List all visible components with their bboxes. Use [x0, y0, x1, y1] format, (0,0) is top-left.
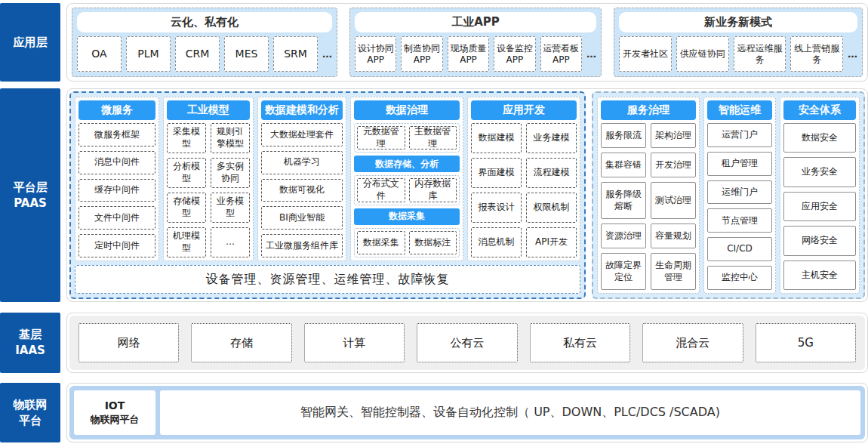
- paas-item: 资源治理: [601, 224, 646, 248]
- paas-column-header: 工业模型: [167, 100, 250, 120]
- app-item: 制造协同APP: [401, 36, 442, 72]
- app-item: 设计协同APP: [355, 36, 396, 72]
- paas-item: 消息机制: [471, 227, 522, 257]
- paas-item: 存储模型: [167, 193, 206, 223]
- paas-item: 定时中间件: [78, 234, 155, 257]
- application-layer-content: 云化、私有化OAPLMCRMMESSRM…工业APP设计协同APP制造协同APP…: [66, 3, 868, 82]
- paas-subheader: 数据采集: [354, 208, 460, 225]
- app-item: PLM: [126, 36, 171, 72]
- app-item: 现场质量APP: [448, 36, 489, 72]
- iaas-item: 混合云: [642, 323, 743, 362]
- paas-layer-label: 平台层 PAAS: [0, 88, 60, 302]
- iot-panel: IOT 物联网平台 智能网关、智能控制器、设备自动化控制（ UP、DOWN、PL…: [69, 386, 865, 439]
- paas-items-grid: 数据采集数据标注: [357, 231, 457, 254]
- iot-layer-content: IOT 物联网平台 智能网关、智能控制器、设备自动化控制（ UP、DOWN、PL…: [66, 383, 868, 442]
- paas-item: 流程建模: [526, 158, 577, 188]
- paas-item: 主数据管理: [409, 126, 457, 150]
- paas-column: 数据治理元数据管理主数据管理数据存储、分析分布式文件内存数据库数据采集数据采集数…: [350, 97, 463, 261]
- paas-items-grid: 分布式文件内存数据库: [357, 178, 457, 202]
- iaas-layer-row: 基层 IAAS 网络存储计算公有云私有云混合云5G: [0, 313, 868, 373]
- app-items-row: 开发者社区供应链协同远程运维服务线上营销服务…: [619, 36, 857, 72]
- paas-column: 微服务微服务框架消息中间件缓存中间件文件中间件定时中间件: [75, 97, 159, 261]
- app-item: 远程运维服务: [734, 36, 786, 72]
- paas-item: 数据可视化: [261, 179, 343, 202]
- app-group-title: 工业APP: [355, 12, 596, 32]
- paas-item: 机理模型: [167, 227, 206, 257]
- iaas-item: 计算: [304, 323, 405, 362]
- paas-item: 故障定界定位: [601, 253, 646, 290]
- paas-item: 多实例协同: [211, 158, 250, 188]
- iaas-item: 存储: [191, 323, 291, 362]
- paas-column-header: 微服务: [78, 100, 155, 120]
- app-item: OA: [77, 36, 122, 72]
- paas-subpanel: 元数据管理主数据管理: [354, 123, 460, 153]
- paas-column-body: 运营门户租户管理运维门户节点管理CI/CD监控中心: [707, 123, 772, 290]
- paas-left-columns: 微服务微服务框架消息中间件缓存中间件文件中间件定时中间件工业模型采集模型规则引擎…: [75, 97, 580, 261]
- paas-item: 主机安全: [783, 260, 856, 290]
- paas-items-grid: 元数据管理主数据管理: [357, 126, 457, 150]
- paas-item: 数据采集: [357, 231, 405, 254]
- paas-item: 消息中间件: [78, 151, 155, 174]
- paas-subheader: 数据存储、分析: [354, 156, 460, 172]
- paas-subpanel: 数据采集数据标注: [354, 228, 460, 257]
- paas-item: 规则引擎模型: [211, 123, 250, 153]
- app-group-title: 云化、私有化: [77, 12, 332, 32]
- paas-right-group: 服务治理服务限流架构治理集群容错开发治理服务降级熔断测试治理资源治理容量规划故障…: [592, 91, 865, 299]
- app-group: 云化、私有化OAPLMCRMMESSRM…: [72, 8, 337, 77]
- iaas-item: 5G: [756, 323, 856, 362]
- paas-column: 安全体系数据安全业务安全应用安全网络安全主机安全: [780, 97, 860, 294]
- paas-column-header: 智能运维: [707, 100, 772, 120]
- paas-column-header: 服务治理: [601, 100, 696, 120]
- paas-item: 报表设计: [471, 193, 522, 223]
- iot-title-box: IOT 物联网平台: [74, 390, 155, 435]
- paas-item: 开发治理: [651, 153, 696, 177]
- app-item: 供应链协同: [676, 36, 729, 72]
- paas-item: 权限机制: [526, 193, 577, 223]
- paas-column-body: 数据安全业务安全应用安全网络安全主机安全: [783, 123, 856, 290]
- paas-right-columns: 服务治理服务限流架构治理集群容错开发治理服务降级熔断测试治理资源治理容量规划故障…: [597, 97, 860, 294]
- paas-column: 应用开发数据建模业务建模界面建模流程建模报表设计权限机制消息机制API开发: [467, 97, 580, 261]
- paas-item: 分布式文件: [357, 178, 405, 202]
- application-layer-row: 应用层 云化、私有化OAPLMCRMMESSRM…工业APP设计协同APP制造协…: [0, 3, 868, 82]
- iot-title-line2: 物联网平台: [91, 413, 140, 427]
- iot-layer-label: 物联网 平台: [0, 383, 60, 442]
- paas-item: …: [211, 227, 250, 257]
- paas-column-header: 安全体系: [783, 100, 856, 120]
- paas-bottom-bar: 设备管理、资源管理、运维管理、故障恢复: [75, 265, 580, 294]
- paas-item: 架构治理: [651, 123, 696, 148]
- paas-item: 元数据管理: [357, 126, 405, 150]
- paas-item: 大数据处理套件: [261, 123, 343, 146]
- paas-column-body: 大数据处理套件机器学习数据可视化BI商业智能工业微服务组件库: [261, 123, 343, 257]
- app-items-row: OAPLMCRMMESSRM…: [77, 36, 332, 72]
- paas-item: 服务降级熔断: [601, 182, 646, 219]
- paas-column-body: 服务限流架构治理集群容错开发治理服务降级熔断测试治理资源治理容量规划故障定界定位…: [601, 123, 696, 290]
- ellipsis: …: [322, 36, 332, 72]
- paas-layer-row: 平台层 PAAS 微服务微服务框架消息中间件缓存中间件文件中间件定时中间件工业模…: [0, 88, 868, 302]
- architecture-diagram: 应用层 云化、私有化OAPLMCRMMESSRM…工业APP设计协同APP制造协…: [0, 0, 868, 447]
- paas-item: 数据标注: [409, 231, 457, 254]
- ellipsis: …: [848, 36, 857, 72]
- paas-item: 容量规划: [651, 224, 696, 248]
- application-groups: 云化、私有化OAPLMCRMMESSRM…工业APP设计协同APP制造协同APP…: [69, 6, 865, 79]
- paas-left-group: 微服务微服务框架消息中间件缓存中间件文件中间件定时中间件工业模型采集模型规则引擎…: [69, 91, 586, 299]
- iaas-item: 公有云: [417, 323, 517, 362]
- paas-subpanel: 分布式文件内存数据库: [354, 175, 460, 205]
- paas-column-body: 采集模型规则引擎模型分析模型多实例协同存储模型业务模型机理模型…: [167, 123, 250, 257]
- iaas-layer-label: 基层 IAAS: [0, 313, 60, 373]
- paas-item: 分析模型: [167, 158, 206, 188]
- iot-title-line1: IOT: [105, 399, 125, 412]
- paas-item: 采集模型: [167, 123, 206, 153]
- app-item: MES: [224, 36, 269, 72]
- paas-item: 集群容错: [601, 153, 646, 177]
- application-layer-label: 应用层: [0, 3, 60, 82]
- paas-item: 租户管理: [707, 152, 772, 176]
- paas-item: 测试治理: [651, 182, 696, 219]
- paas-column-body: 微服务框架消息中间件缓存中间件文件中间件定时中间件: [78, 123, 155, 257]
- paas-item: BI商业智能: [261, 206, 343, 230]
- app-item: 运营看板APP: [540, 36, 582, 72]
- iaas-items: 网络存储计算公有云私有云混合云5G: [69, 316, 865, 370]
- paas-item: CI/CD: [707, 237, 772, 261]
- paas-item: 应用安全: [783, 192, 856, 221]
- app-item: 线上营销服务: [790, 36, 843, 72]
- paas-item: 监控中心: [707, 266, 772, 290]
